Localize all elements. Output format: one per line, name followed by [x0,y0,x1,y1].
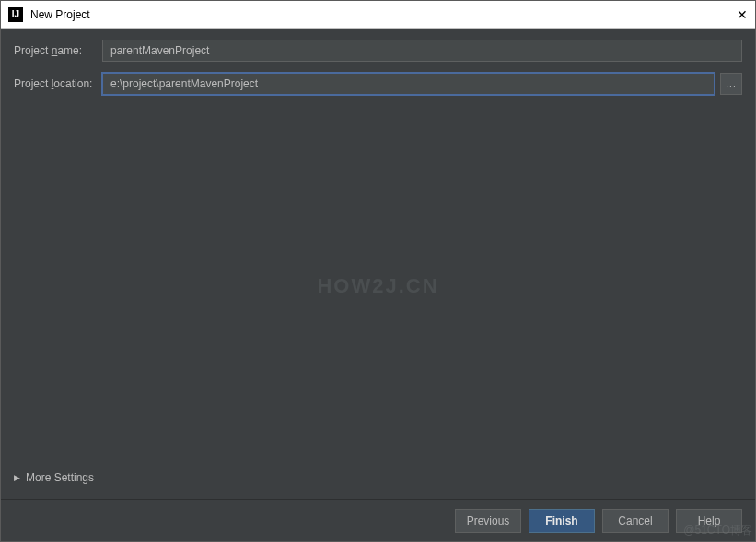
project-name-input[interactable] [102,40,742,62]
app-icon: IJ [8,7,23,22]
watermark-text: HOW2J.CN [317,274,438,298]
project-name-row: Project name: [14,40,742,62]
project-name-label: Project name: [14,44,102,57]
close-icon[interactable]: ✕ [726,7,748,22]
previous-button[interactable]: Previous [455,509,521,533]
window-title: New Project [30,8,726,21]
cancel-button[interactable]: Cancel [602,509,669,533]
project-location-label: Project location: [14,77,102,90]
more-settings-label: More Settings [26,471,94,484]
content-spacer: HOW2J.CN [14,106,742,466]
more-settings-toggle[interactable]: ▶ More Settings [14,466,742,493]
watermark-credit: @51CTO博客 [683,523,752,538]
dialog-footer: Previous Finish Cancel Help @51CTO博客 [1,499,755,541]
chevron-right-icon: ▶ [14,473,20,482]
project-location-input[interactable] [102,73,715,95]
titlebar: IJ New Project ✕ [1,1,755,29]
project-location-row: Project location: ... [14,73,742,95]
new-project-dialog: IJ New Project ✕ Project name: Project l… [0,0,756,542]
dialog-content: Project name: Project location: ... HOW2… [1,29,755,499]
finish-button[interactable]: Finish [529,509,595,533]
browse-button[interactable]: ... [720,73,742,95]
